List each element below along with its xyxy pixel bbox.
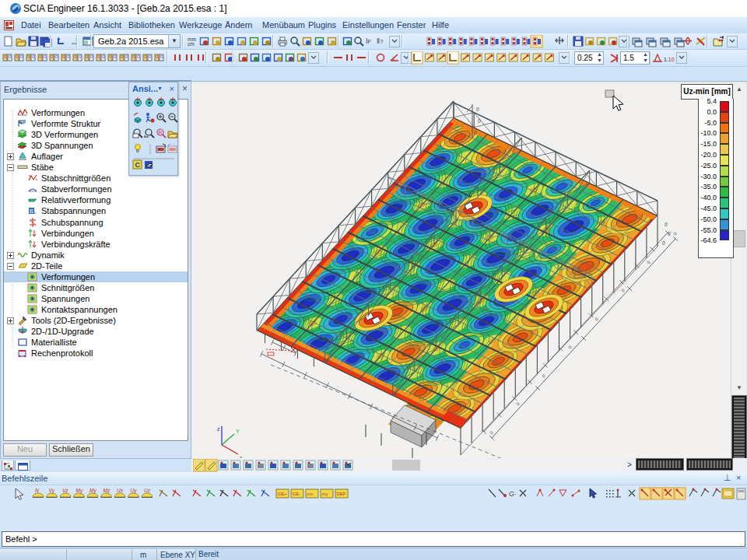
svg-text:0: 0 (478, 118, 481, 124)
svg-text:N: N (35, 488, 39, 493)
svg-text:Mz: Mz (103, 488, 110, 493)
svg-text:DEF: DEF (337, 492, 346, 496)
svg-text:0: 0 (474, 130, 477, 135)
svg-text:My: My (76, 488, 83, 494)
svg-text:0: 0 (476, 107, 479, 112)
svg-text:Uy: Uy (131, 488, 138, 494)
svg-text:z: z (217, 426, 220, 432)
svg-text:0: 0 (665, 222, 668, 227)
svg-text:My: My (89, 488, 96, 494)
svg-text:cm: cm (188, 41, 195, 47)
svg-text:0: 0 (668, 231, 671, 236)
svg-text:0: 0 (662, 240, 665, 246)
svg-text:Vz: Vz (62, 488, 68, 493)
svg-text:B: B (30, 208, 33, 214)
svg-text:R: R (159, 130, 163, 135)
svg-text:GE+: GE+ (278, 492, 288, 496)
svg-text:Y: Y (236, 429, 240, 434)
svg-text:C: C (135, 161, 141, 169)
svg-text:ⅠF: ⅠF (366, 38, 371, 45)
svg-text:Vy: Vy (49, 488, 55, 494)
svg-text:GE-: GE- (293, 492, 301, 496)
svg-text:Ⅱ?: Ⅱ? (377, 38, 384, 45)
svg-text:1.10: 1.10 (664, 57, 675, 62)
svg-text:mx: mx (307, 492, 314, 496)
svg-text:G·: G· (509, 490, 517, 498)
svg-text:my: my (322, 492, 328, 496)
svg-text:Ux: Ux (117, 488, 124, 493)
svg-text:Uz: Uz (144, 488, 151, 493)
